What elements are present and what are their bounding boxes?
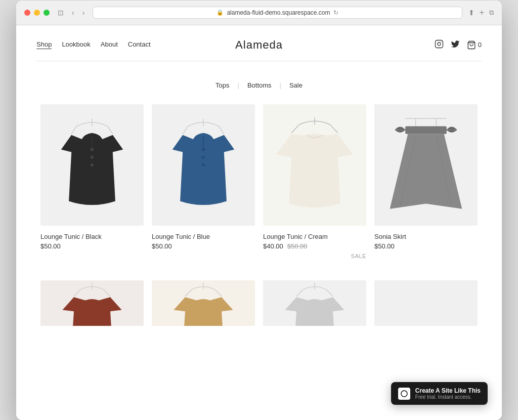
svg-line-36 [326, 289, 333, 297]
category-nav: Tops | Bottoms | Sale [16, 61, 502, 104]
squarespace-banner[interactable]: Create A Site Like This Free trial. Inst… [391, 382, 488, 405]
svg-point-1 [438, 43, 441, 46]
svg-line-13 [219, 126, 224, 134]
svg-line-32 [185, 289, 192, 297]
product-pricing-2: $50.00 [152, 242, 255, 250]
svg-point-15 [202, 155, 205, 158]
header-icons: 0 [435, 39, 482, 51]
product-price-2: $50.00 [152, 242, 172, 250]
main-nav: Shop Lookbook About Contact [36, 40, 151, 49]
cart-count: 0 [478, 41, 482, 49]
site-content: Shop Lookbook About Contact Alameda [16, 25, 502, 420]
product-pricing-3: $40.00 $50.00 [263, 242, 366, 250]
svg-line-29 [74, 289, 81, 297]
product-price-1: $50.00 [40, 242, 61, 250]
site-header: Shop Lookbook About Contact Alameda [16, 25, 502, 61]
product-card-row2-2[interactable] [148, 280, 259, 326]
product-card-4[interactable]: Sonia Skirt $50.00 [370, 104, 482, 270]
browser-controls: ⊡ ‹ › [56, 8, 87, 18]
maximize-button[interactable] [44, 10, 50, 16]
forward-button[interactable]: › [80, 8, 87, 18]
new-tab-icon[interactable]: + [480, 8, 484, 17]
svg-point-8 [91, 155, 94, 158]
product-original-price-3: $50.00 [287, 242, 308, 250]
instagram-icon[interactable] [435, 39, 444, 51]
cat-divider-2: | [280, 81, 281, 89]
minimize-button[interactable] [34, 10, 40, 16]
cat-sale[interactable]: Sale [289, 81, 303, 89]
site-title: Alameda [235, 38, 283, 52]
nav-about[interactable]: About [101, 40, 118, 49]
nav-contact[interactable]: Contact [128, 40, 151, 49]
sidebar-toggle-icon[interactable]: ⊡ [56, 8, 66, 18]
squarespace-banner-text: Create A Site Like This Free trial. Inst… [415, 387, 481, 400]
lock-icon: 🔒 [217, 9, 224, 16]
url-text: alameda-fluid-demo.squarespace.com [227, 9, 330, 16]
close-button[interactable] [24, 10, 30, 16]
svg-point-16 [202, 163, 205, 166]
svg-point-7 [91, 148, 94, 151]
products-grid-row2 [16, 280, 502, 326]
product-name-4: Sonia Skirt [374, 233, 478, 240]
browser-actions: ⬆ + ⧉ [468, 8, 494, 17]
product-card-row2-4[interactable] [370, 280, 482, 326]
sq-main-text: Create A Site Like This [415, 387, 481, 394]
twitter-icon[interactable] [451, 39, 460, 51]
svg-point-14 [202, 148, 205, 151]
sq-sub-text: Free trial. Instant access. [415, 394, 481, 400]
product-card-2[interactable]: Lounge Tunic / Blue $50.00 [148, 104, 259, 270]
svg-line-19 [291, 124, 299, 133]
nav-shop[interactable]: Shop [36, 40, 52, 49]
svg-line-5 [71, 126, 76, 134]
product-card-3[interactable]: Lounge Tunic / Cream $40.00 $50.00 SALE [259, 104, 370, 270]
cat-divider-1: | [237, 81, 239, 89]
svg-line-33 [215, 289, 222, 297]
browser-chrome: ⊡ ‹ › 🔒 alameda-fluid-demo.squarespace.c… [16, 1, 502, 25]
back-button[interactable]: ‹ [70, 8, 76, 18]
product-card-row2-3[interactable] [259, 280, 370, 326]
address-bar[interactable]: 🔒 alameda-fluid-demo.squarespace.com ↻ [93, 7, 462, 19]
sale-badge-3: SALE [351, 253, 366, 259]
cat-tops[interactable]: Tops [215, 81, 229, 89]
svg-line-20 [330, 124, 338, 133]
product-name-2: Lounge Tunic / Blue [152, 233, 255, 240]
product-card-row2-1[interactable] [36, 280, 148, 326]
product-price-4: $50.00 [374, 242, 395, 250]
product-name-1: Lounge Tunic / Black [40, 233, 144, 240]
squarespace-logo [398, 388, 410, 400]
svg-point-2 [441, 41, 442, 43]
svg-line-35 [296, 289, 304, 297]
products-grid: Lounge Tunic / Black $50.00 [16, 104, 502, 270]
reload-icon[interactable]: ↻ [333, 9, 338, 16]
nav-lookbook[interactable]: Lookbook [62, 40, 90, 49]
product-price-3: $40.00 [263, 242, 283, 250]
svg-point-9 [91, 163, 94, 166]
product-pricing-1: $50.00 [40, 242, 144, 250]
svg-line-30 [104, 289, 111, 297]
tabs-icon[interactable]: ⧉ [489, 9, 494, 17]
share-icon[interactable]: ⬆ [468, 9, 474, 17]
svg-line-12 [183, 126, 188, 134]
traffic-lights [24, 10, 50, 16]
svg-line-6 [108, 126, 113, 134]
product-card-1[interactable]: Lounge Tunic / Black $50.00 [36, 104, 148, 270]
product-pricing-4: $50.00 [374, 242, 478, 250]
browser-window: ⊡ ‹ › 🔒 alameda-fluid-demo.squarespace.c… [16, 1, 502, 420]
product-name-3: Lounge Tunic / Cream [263, 233, 366, 240]
svg-rect-0 [435, 40, 443, 48]
cat-bottoms[interactable]: Bottoms [247, 81, 272, 89]
cart-button[interactable]: 0 [467, 40, 482, 50]
